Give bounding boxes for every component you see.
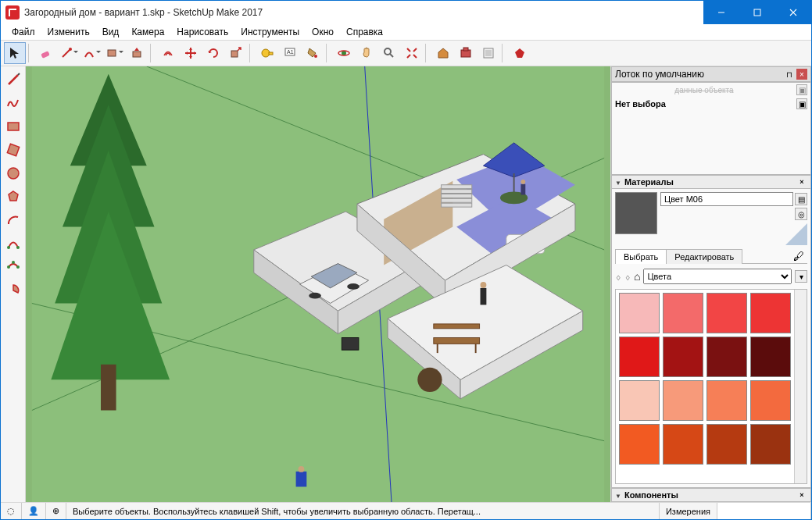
- arc3-icon[interactable]: [3, 257, 23, 277]
- menu-help[interactable]: Справка: [340, 25, 389, 39]
- warehouse-button[interactable]: [432, 42, 454, 64]
- library-menu-icon[interactable]: ▾: [795, 270, 807, 283]
- color-swatch[interactable]: [663, 424, 703, 465]
- pushpull-tool-button[interactable]: [126, 42, 148, 64]
- circle-icon[interactable]: [3, 163, 23, 183]
- color-swatch[interactable]: [706, 337, 747, 377]
- line-tool-button[interactable]: [58, 42, 80, 64]
- pin-icon[interactable]: ⊓: [784, 69, 795, 80]
- pan-tool-button[interactable]: [356, 42, 377, 64]
- color-swatch[interactable]: [619, 380, 660, 421]
- materials-close-icon[interactable]: ×: [796, 176, 807, 187]
- menu-draw[interactable]: Нарисовать: [170, 25, 234, 39]
- color-swatch[interactable]: [750, 380, 791, 421]
- svg-rect-54: [442, 185, 472, 189]
- move-tool-button[interactable]: [180, 42, 202, 64]
- svg-point-49: [347, 283, 359, 290]
- scale-tool-button[interactable]: [225, 42, 247, 64]
- color-swatch[interactable]: [750, 337, 791, 377]
- expand-icon[interactable]: ▣: [796, 84, 807, 95]
- home-icon[interactable]: ⌂: [634, 270, 640, 283]
- svg-rect-55: [442, 190, 472, 194]
- color-swatch[interactable]: [750, 424, 791, 465]
- eraser-tool-button[interactable]: [35, 42, 57, 64]
- zoom-tool-button[interactable]: [378, 42, 400, 64]
- svg-rect-4: [41, 51, 50, 59]
- color-swatch[interactable]: [619, 337, 660, 377]
- menu-window[interactable]: Окно: [306, 25, 340, 39]
- svg-rect-57: [442, 198, 472, 202]
- color-swatch[interactable]: [750, 293, 791, 333]
- rectangle-tool-button[interactable]: [103, 42, 125, 64]
- svg-rect-56: [442, 194, 472, 198]
- color-swatch[interactable]: [619, 424, 660, 465]
- menu-camera[interactable]: Камера: [125, 25, 170, 39]
- window-title: Загородный дом - вариант 1.skp - SketchU…: [24, 7, 703, 18]
- 3d-viewport[interactable]: [26, 66, 611, 502]
- offset-tool-button[interactable]: [157, 42, 179, 64]
- rotate-tool-button[interactable]: [202, 42, 224, 64]
- color-swatch[interactable]: [706, 424, 747, 465]
- ruby-console-button[interactable]: [509, 42, 531, 64]
- material-create-icon[interactable]: ▤: [795, 193, 807, 205]
- material-front-back-icon[interactable]: [776, 222, 807, 245]
- svg-rect-1: [754, 9, 760, 16]
- polygon-icon[interactable]: [3, 187, 23, 207]
- maximize-button[interactable]: [739, 1, 775, 24]
- arc-tool-button[interactable]: [80, 42, 102, 64]
- color-swatch[interactable]: [706, 380, 747, 421]
- tray-title-bar[interactable]: Лоток по умолчанию ⊓ ×: [611, 66, 811, 82]
- menu-view[interactable]: Вид: [96, 25, 126, 39]
- zoom-extents-button[interactable]: [401, 42, 423, 64]
- color-swatch[interactable]: [663, 380, 703, 421]
- svg-point-6: [69, 48, 72, 51]
- svg-marker-27: [9, 191, 18, 201]
- color-swatch[interactable]: [619, 293, 660, 333]
- orbit-tool-button[interactable]: [333, 42, 355, 64]
- svg-line-18: [390, 54, 393, 57]
- menu-file[interactable]: Файл: [5, 25, 41, 39]
- close-button[interactable]: [775, 1, 811, 24]
- eyedropper-icon[interactable]: 🖋: [793, 250, 804, 262]
- rectangle-icon[interactable]: [3, 116, 23, 137]
- tape-tool-button[interactable]: [256, 42, 278, 64]
- status-person-icon[interactable]: 👤: [22, 503, 46, 519]
- components-close-icon[interactable]: ×: [796, 490, 807, 500]
- tab-edit[interactable]: Редактировать: [666, 249, 742, 264]
- extension-warehouse-button[interactable]: [455, 42, 477, 64]
- materials-panel-header[interactable]: Материалы×: [611, 175, 811, 189]
- color-swatch[interactable]: [663, 293, 703, 333]
- current-material-swatch[interactable]: [615, 192, 657, 234]
- menu-edit[interactable]: Изменить: [41, 25, 96, 39]
- status-geo-icon[interactable]: ⊕: [46, 503, 66, 519]
- nav-back-icon[interactable]: ⬨: [615, 270, 621, 283]
- menu-tools[interactable]: Инструменты: [234, 25, 306, 39]
- rotated-rect-icon[interactable]: [3, 140, 23, 160]
- text-tool-button[interactable]: A1: [279, 42, 301, 64]
- material-default-icon[interactable]: ◎: [795, 208, 807, 220]
- pie-icon[interactable]: [3, 280, 23, 301]
- arc2-icon[interactable]: [3, 233, 23, 254]
- svg-rect-7: [108, 50, 116, 56]
- layout-button[interactable]: [478, 42, 499, 64]
- swatch-scrollbar[interactable]: [794, 290, 807, 483]
- entity-cut-label: данные объекта: [615, 86, 793, 94]
- paint-tool-button[interactable]: [302, 42, 324, 64]
- freehand-icon[interactable]: [3, 93, 23, 113]
- arc-icon[interactable]: [3, 210, 23, 230]
- tab-select[interactable]: Выбрать: [615, 249, 667, 264]
- material-name-input[interactable]: [660, 192, 793, 206]
- nav-fwd-icon[interactable]: ⬨: [624, 270, 631, 283]
- collapse-icon[interactable]: ▣: [796, 98, 807, 109]
- select-tool-button[interactable]: [4, 42, 26, 64]
- components-panel-header[interactable]: Компоненты×: [611, 488, 811, 502]
- minimize-button[interactable]: [703, 1, 739, 24]
- status-help-icon[interactable]: ◌: [1, 503, 22, 519]
- svg-rect-42: [101, 365, 116, 411]
- pencil-icon[interactable]: [3, 69, 23, 90]
- material-library-select[interactable]: Цвета: [643, 269, 792, 284]
- measurements-input[interactable]: [717, 503, 811, 519]
- color-swatch[interactable]: [663, 337, 703, 377]
- color-swatch[interactable]: [706, 293, 747, 333]
- tray-close-icon[interactable]: ×: [796, 69, 807, 80]
